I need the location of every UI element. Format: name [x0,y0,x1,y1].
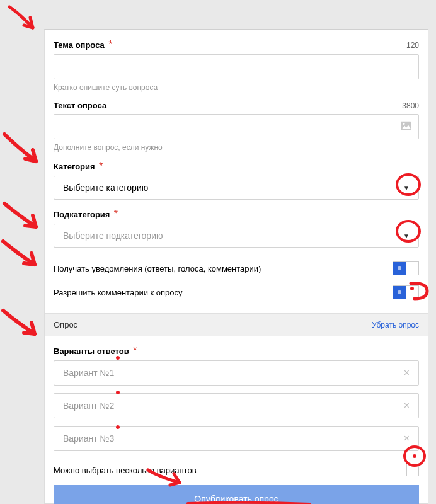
close-icon[interactable]: × [404,400,410,411]
text-field-group: Текст опроса 3800 Дополните вопрос, если… [54,101,419,152]
text-input[interactable] [54,114,419,139]
poll-answers-section: Варианты ответов * Вариант №1 × Вариант … [45,336,428,504]
chevron-down-icon: ▼ [403,232,410,239]
toggle-off-half [406,262,418,275]
category-placeholder: Выберите категорию [63,183,148,193]
remove-poll-link[interactable]: Убрать опрос [372,321,419,329]
subcategory-select[interactable]: Выберите подкатегорию ▼ [54,224,419,248]
form-main-section: Тема опроса * 120 Кратко опишите суть во… [45,30,428,313]
notifications-toggle[interactable] [393,261,419,275]
topic-hint: Кратко опишите суть вопроса [54,83,419,92]
subcategory-placeholder: Выберите подкатегорию [63,231,163,241]
topic-char-count: 120 [406,41,419,50]
poll-section-title: Опрос [54,320,77,329]
close-icon[interactable]: × [404,367,410,379]
multiple-choice-checkbox[interactable] [406,464,419,476]
image-icon[interactable] [401,122,411,132]
option-1-placeholder: Вариант №1 [63,368,114,378]
text-hint: Дополните вопрос, если нужно [54,143,419,152]
subcategory-label: Подкатегория [54,210,110,219]
comments-row: Разрешить комментарии к опросу [54,280,419,304]
text-label: Текст опроса [54,101,106,110]
answers-required: * [133,345,137,356]
chevron-down-icon: ▼ [403,185,410,192]
subcategory-required: * [114,209,118,219]
topic-field-group: Тема опроса * 120 Кратко опишите суть во… [54,39,419,92]
subcategory-field-group: Подкатегория * Выберите подкатегорию ▼ [54,209,419,248]
answers-field-group: Варианты ответов * Вариант №1 × Вариант … [54,345,419,451]
svg-point-1 [403,123,405,125]
comments-label: Разрешить комментарии к опросу [54,288,183,297]
multiple-choice-label: Можно выбрать несколько вариантов [54,466,197,475]
close-icon[interactable]: × [404,433,410,444]
option-3-placeholder: Вариант №3 [63,433,114,444]
topic-required: * [108,39,112,50]
topic-label: Тема опроса [54,40,105,50]
answers-label: Варианты ответов [54,346,129,356]
category-label: Категория [54,162,95,171]
answer-option-3[interactable]: Вариант №3 × [54,426,419,451]
option-2-placeholder: Вариант №2 [63,401,114,411]
toggle-off-half [406,286,418,299]
notifications-row: Получать уведомления (ответы, голоса, ко… [54,256,419,280]
toggle-on-half [393,262,406,275]
multiple-choice-row: Можно выбрать несколько вариантов [54,460,419,485]
poll-form: Тема опроса * 120 Кратко опишите суть во… [44,29,428,504]
topic-input[interactable] [54,54,419,79]
category-required: * [99,161,103,171]
poll-section-header: Опрос Убрать опрос [45,313,428,336]
comments-toggle[interactable] [393,285,419,299]
toggle-on-half [393,286,406,299]
answer-option-1[interactable]: Вариант №1 × [54,360,419,386]
text-char-count: 3800 [402,101,419,110]
answer-option-2[interactable]: Вариант №2 × [54,393,419,418]
notifications-label: Получать уведомления (ответы, голоса, ко… [54,264,261,273]
category-field-group: Категория * Выберите категорию ▼ [54,161,419,200]
submit-button[interactable]: Опубликовать опрос [54,485,419,504]
category-select[interactable]: Выберите категорию ▼ [54,176,419,200]
